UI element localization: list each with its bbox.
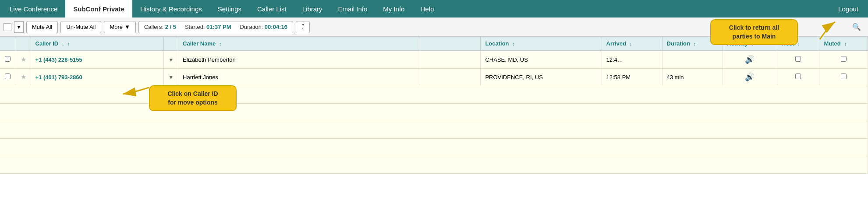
- row2-checkbox[interactable]: [5, 74, 11, 79]
- row2-host: [777, 68, 819, 86]
- row1-star-cell: ★: [16, 51, 31, 68]
- col-host-label: Host: [782, 40, 794, 47]
- col-spacer: [420, 37, 481, 51]
- row1-host: [777, 51, 819, 68]
- mute-all-button[interactable]: Mute All: [26, 21, 58, 33]
- col-caller-name-sort: ↕: [219, 41, 222, 46]
- row1-muted: [819, 51, 868, 68]
- col-arrived-sort: ↓: [630, 41, 632, 46]
- row2-star-icon[interactable]: ★: [21, 73, 26, 80]
- row2-chevron-icon: ▼: [168, 74, 174, 80]
- row1-activity: 🔊: [723, 51, 777, 68]
- row2-expand[interactable]: ▼: [164, 68, 178, 86]
- nav-my-info[interactable]: My Info: [375, 0, 412, 18]
- nav-live-conference[interactable]: Live Conference: [2, 0, 65, 18]
- row2-duration: 43 min: [662, 68, 723, 86]
- started-label: Started: 01:37 PM: [185, 24, 231, 30]
- caller-table-container: Caller ID ↓ ↑ Caller Name ↕ Location ↕: [0, 37, 868, 174]
- col-check: [0, 37, 16, 51]
- row2-speaker-icon: 🔊: [745, 73, 755, 81]
- col-caller-id-label: Caller ID: [35, 40, 59, 47]
- col-location-sort: ↕: [512, 41, 515, 46]
- select-all-checkbox[interactable]: [4, 23, 11, 31]
- search-button[interactable]: 🔍: [849, 21, 864, 33]
- row1-duration: [662, 51, 723, 68]
- row2-star-cell: ★: [16, 68, 31, 86]
- table-row-empty: [0, 86, 868, 103]
- row2-caller-name: Harriett Jones: [178, 68, 420, 86]
- col-caller-name-label: Caller Name: [183, 40, 216, 47]
- row2-muted-checkbox[interactable]: [841, 74, 847, 79]
- more-chevron-icon: ▼: [124, 24, 130, 30]
- table-row: ★ +1 (443) 228-5155 ▼ Elizabeth Pemberto…: [0, 51, 868, 68]
- return-to-main-button[interactable]: ⤴: [296, 21, 310, 33]
- row1-arrived: 12:4…: [602, 51, 662, 68]
- caller-table: Caller ID ↓ ↑ Caller Name ↕ Location ↕: [0, 37, 868, 174]
- col-duration[interactable]: Duration ↕: [662, 37, 723, 51]
- row1-chevron-icon: ▼: [168, 57, 174, 63]
- col-duration-label: Duration: [667, 40, 690, 47]
- row1-checkbox[interactable]: [5, 56, 11, 62]
- unmute-all-button[interactable]: Un-Mute All: [60, 21, 101, 33]
- select-all-chevron[interactable]: ▼: [14, 21, 24, 33]
- row2-arrived: 12:58 PM: [602, 68, 662, 86]
- row1-checkbox-cell: [0, 51, 16, 68]
- callers-label: Callers: 2 / 5: [144, 24, 176, 30]
- row2-spacer: [420, 68, 481, 86]
- row2-location: PROVIDENCE, RI, US: [481, 68, 602, 86]
- col-activity[interactable]: Activity ↕: [723, 37, 777, 51]
- row1-caller-id[interactable]: +1 (443) 228-5155: [31, 51, 164, 68]
- row2-muted: [819, 68, 868, 86]
- row1-spacer: [420, 51, 481, 68]
- row1-muted-checkbox[interactable]: [841, 56, 847, 62]
- col-caller-id-sort-up: ↓: [62, 41, 64, 46]
- nav-subconf-private[interactable]: SubConf Private: [65, 0, 132, 18]
- row1-speaker-icon: 🔊: [745, 55, 755, 64]
- toolbar: ▼ Mute All Un-Mute All More ▼ Callers: 2…: [0, 18, 868, 37]
- row1-location: CHASE, MD, US: [481, 51, 602, 68]
- row2-checkbox-cell: [0, 68, 16, 86]
- col-location-label: Location: [485, 40, 509, 47]
- row2-caller-id[interactable]: +1 (401) 793-2860: [31, 68, 164, 86]
- row1-star-icon[interactable]: ★: [21, 56, 26, 63]
- row1-expand[interactable]: ▼: [164, 51, 178, 68]
- nav-settings[interactable]: Settings: [210, 0, 249, 18]
- col-host-sort: ↓: [797, 41, 800, 46]
- col-duration-sort: ↕: [694, 41, 696, 46]
- table-row-empty: [0, 156, 868, 173]
- nav-email-info[interactable]: Email Info: [330, 0, 376, 18]
- col-muted-sort: ↕: [844, 41, 847, 46]
- col-activity-label: Activity: [727, 40, 748, 47]
- col-host[interactable]: Host ↓: [777, 37, 819, 51]
- col-activity-sort: ↕: [751, 41, 754, 46]
- col-muted-label: Muted: [824, 40, 840, 47]
- nav-caller-list[interactable]: Caller List: [249, 0, 294, 18]
- row1-caller-name: Elizabeth Pemberton: [178, 51, 420, 68]
- top-navigation: Live Conference SubConf Private History …: [0, 0, 868, 18]
- table-row-empty: [0, 121, 868, 138]
- col-caller-name[interactable]: Caller Name ↕: [178, 37, 420, 51]
- row2-activity: 🔊: [723, 68, 777, 86]
- col-arrived-label: Arrived: [606, 40, 627, 47]
- row2-host-checkbox[interactable]: [795, 74, 801, 79]
- table-row-empty: [0, 103, 868, 121]
- nav-library[interactable]: Library: [294, 0, 330, 18]
- more-button[interactable]: More ▼: [104, 21, 136, 33]
- row1-host-checkbox[interactable]: [795, 56, 801, 62]
- col-star: [16, 37, 31, 51]
- col-caller-id-sort-down: ↑: [67, 41, 70, 46]
- table-row-empty: [0, 138, 868, 156]
- col-location[interactable]: Location ↕: [481, 37, 602, 51]
- nav-history-recordings[interactable]: History & Recordings: [132, 0, 210, 18]
- col-caller-id[interactable]: Caller ID ↓ ↑: [31, 37, 164, 51]
- col-muted[interactable]: Muted ↕: [819, 37, 868, 51]
- table-row: ★ +1 (401) 793-2860 ▼ Harriett Jones PRO…: [0, 68, 868, 86]
- col-expand: [164, 37, 178, 51]
- logout-button[interactable]: Logout: [830, 0, 866, 18]
- duration-label: Duration: 00:04:16: [240, 24, 287, 30]
- return-icon: ⤴: [301, 23, 305, 31]
- table-header-row: Caller ID ↓ ↑ Caller Name ↕ Location ↕: [0, 37, 868, 51]
- col-arrived[interactable]: Arrived ↓: [602, 37, 662, 51]
- search-icon: 🔍: [852, 23, 861, 31]
- nav-help[interactable]: Help: [412, 0, 442, 18]
